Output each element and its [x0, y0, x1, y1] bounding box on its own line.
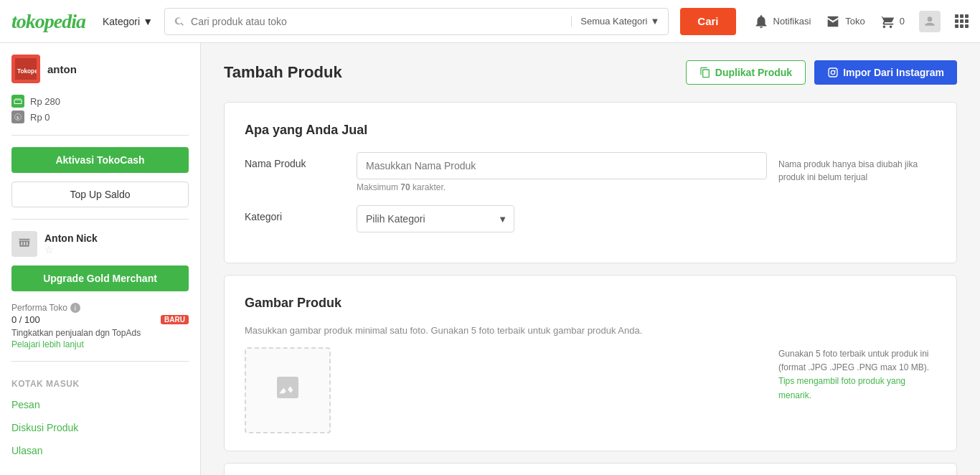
chevron-down-icon: ▼ [143, 16, 153, 27]
gambar-note: Gunakan 5 foto terbaik untuk produk ini … [778, 347, 936, 403]
balance-item-2: $ Rp 0 [11, 110, 189, 123]
performa-section: Performa Toko i 0 / 100 BARU Tingkatkan … [11, 303, 189, 349]
gambar-note-link[interactable]: Tips mengambil foto produk yang menarik. [778, 376, 905, 400]
svg-text:$: $ [17, 116, 19, 120]
section-gambar-title: Gambar Produk [245, 296, 936, 311]
svg-text:Tokopedia: Tokopedia [17, 68, 37, 75]
category-select[interactable]: Semua Kategori ▼ [571, 16, 659, 27]
balance-2-label: Rp 0 [30, 112, 50, 123]
upgrade-gold-merchant-button[interactable]: Upgrade Gold Merchant [11, 265, 189, 291]
kategori-row: Kategori Pilih Kategori ▼ [245, 205, 936, 232]
performa-desc: Tingkatkan penjualan dgn TopAds [11, 328, 189, 338]
toko-button[interactable]: Toko [825, 14, 864, 29]
copy-icon [699, 67, 711, 78]
section-gambar: Gambar Produk Masukkan gambar produk min… [224, 275, 957, 451]
nama-produk-row: Nama Produk Maksimum 70 karakter. Nama p… [245, 152, 936, 192]
baru-badge: BARU [161, 315, 189, 324]
kategori-label: Kategori [245, 205, 345, 222]
aktivasi-tokocash-button[interactable]: Aktivasi TokoCash [11, 147, 189, 173]
notifikasi-label: Notifikasi [773, 16, 811, 27]
sidebar-item-diskusi[interactable]: Diskusi Produk [11, 420, 189, 435]
bell-icon [753, 14, 769, 29]
performa-label: Performa Toko i [11, 303, 189, 313]
sidebar-username: anton [47, 63, 77, 75]
kategori-select-wrapper: Pilih Kategori ▼ [357, 205, 514, 232]
nama-produk-label: Nama Produk [245, 152, 345, 169]
cart-count: 0 [900, 16, 905, 27]
cart-button[interactable]: 0 [880, 14, 905, 29]
search-input[interactable] [191, 16, 571, 27]
kategori-select[interactable]: Pilih Kategori [357, 205, 514, 232]
performa-score-row: 0 / 100 BARU [11, 314, 189, 325]
cari-button[interactable]: Cari [680, 8, 735, 35]
image-upload-icon [273, 373, 302, 408]
coin-icon: $ [11, 110, 24, 123]
balance-1-label: Rp 280 [30, 96, 60, 107]
section-skor: Skor Produk ? Kurang Sempurnakan informa… [224, 463, 957, 475]
balance-item-1: Rp 280 [11, 95, 189, 108]
image-upload-row [245, 347, 331, 433]
header-actions: Duplikat Produk Impor Dari Instagram [686, 60, 957, 85]
instagram-label: Impor Dari Instagram [843, 67, 944, 78]
page-title: Tambah Produk [224, 63, 342, 82]
nama-produk-note: Nama produk hanya bisa diubah jika produ… [778, 152, 936, 184]
kategori-field: Pilih Kategori ▼ [357, 205, 936, 232]
kategori-dropdown[interactable]: Kategori ▼ [103, 16, 153, 27]
store-icon [825, 14, 841, 29]
nama-produk-hint-bold: 70 [400, 182, 410, 192]
category-select-label: Semua Kategori [580, 16, 647, 27]
notifikasi-button[interactable]: Notifikasi [753, 14, 811, 29]
gambar-note-text: Gunakan 5 foto terbaik untuk produk ini … [778, 349, 929, 372]
sidebar-item-pesan[interactable]: Pesan [11, 398, 189, 412]
nama-produk-input[interactable] [357, 152, 767, 179]
sidebar-item-ulasan[interactable]: Ulasan [11, 443, 189, 458]
toko-star: ☆ [44, 244, 98, 255]
pelajari-link[interactable]: Pelajari lebih lanjut [11, 339, 84, 349]
main-layout: Tokopedia anton Rp 280 $ Rp 0 Aktivasi T [0, 43, 980, 475]
section-jual-title: Apa yang Anda Jual [245, 123, 936, 138]
navbar: tokopedia Kategori ▼ Semua Kategori ▼ Ca… [0, 0, 980, 43]
main-content: Tambah Produk Duplikat Produk Impor Dari… [201, 43, 980, 475]
sidebar-toko-row: Anton Nick ☆ [11, 231, 189, 257]
search-icon [174, 16, 185, 27]
toko-label: Toko [845, 16, 864, 27]
chevron-down-icon: ▼ [650, 16, 659, 27]
nama-produk-field: Maksimum 70 karakter. [357, 152, 767, 192]
wallet-icon [11, 95, 24, 108]
apps-grid-icon[interactable] [955, 14, 969, 28]
sidebar-user-row: Tokopedia anton [11, 55, 189, 83]
toko-name: Anton Nick [44, 232, 98, 244]
sidebar-balance-row: Rp 280 $ Rp 0 [11, 95, 189, 123]
search-bar[interactable]: Semua Kategori ▼ [164, 8, 669, 35]
performa-score: 0 / 100 [11, 314, 40, 325]
section-jual: Apa yang Anda Jual Nama Produk Maksimum … [224, 102, 957, 263]
instagram-icon [827, 67, 839, 78]
kategori-label: Kategori [103, 16, 140, 27]
cart-icon [880, 14, 895, 29]
sidebar: Tokopedia anton Rp 280 $ Rp 0 Aktivasi T [0, 43, 201, 475]
instagram-import-button[interactable]: Impor Dari Instagram [814, 60, 957, 85]
kotak-masuk-label: KOTAK MASUK [11, 379, 189, 389]
nama-produk-hint: Maksimum 70 karakter. [357, 182, 767, 192]
page-header: Tambah Produk Duplikat Produk Impor Dari… [224, 60, 957, 85]
topup-saldo-button[interactable]: Top Up Saldo [11, 182, 189, 207]
logo[interactable]: tokopedia [11, 10, 85, 33]
image-upload-box[interactable] [245, 347, 331, 433]
duplikat-produk-button[interactable]: Duplikat Produk [686, 60, 806, 85]
gambar-desc: Masukkan gambar produk minimal satu foto… [245, 325, 936, 336]
info-icon: i [70, 303, 80, 313]
user-avatar[interactable] [919, 11, 941, 32]
duplikat-label: Duplikat Produk [715, 67, 792, 78]
toko-icon [11, 231, 37, 257]
avatar: Tokopedia [11, 55, 40, 83]
navbar-icons: Notifikasi Toko 0 [753, 11, 969, 32]
toko-info: Anton Nick ☆ [44, 232, 98, 255]
